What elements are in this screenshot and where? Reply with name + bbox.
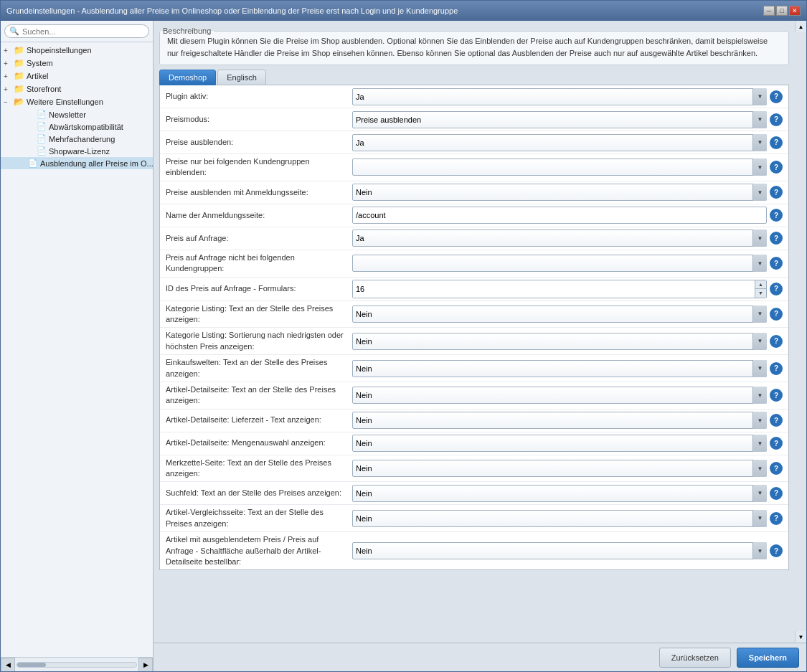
- help-button-detail-text[interactable]: ?: [770, 389, 783, 402]
- select-wrap-preise-ausblenden: JaNein ▼: [352, 134, 767, 151]
- field-plugin-aktiv: Plugin aktiv: JaNein ▼ ?: [160, 85, 788, 108]
- tab-demoshop[interactable]: Demoshop: [159, 70, 216, 85]
- help-button-suchfeld[interactable]: ?: [770, 487, 783, 500]
- help-button-merkzettel[interactable]: ?: [770, 462, 783, 475]
- tab-label: Demoshop: [169, 73, 207, 82]
- sidebar-item-ausblendung[interactable]: 📄 Ausblendung aller Preise im O...: [1, 157, 153, 169]
- scroll-right-button[interactable]: ▶: [138, 658, 153, 672]
- search-input[interactable]: [22, 27, 144, 36]
- label-vergleich: Artikel-Vergleichsseite: Text an der Ste…: [166, 507, 352, 529]
- scroll-track[interactable]: [16, 662, 137, 668]
- help-button-detail-lieferzeit[interactable]: ?: [770, 414, 783, 427]
- control-preise-ausblenden: JaNein ▼ ?: [352, 134, 783, 151]
- control-merkzettel: NeinJa ▼ ?: [352, 460, 783, 477]
- input-formular-id[interactable]: [353, 280, 755, 298]
- folder-icon: 📁: [14, 84, 24, 94]
- control-preis-anfrage: JaNein ▼ ?: [352, 229, 783, 247]
- form-area: Plugin aktiv: JaNein ▼ ?: [159, 85, 789, 570]
- close-button[interactable]: ✕: [789, 6, 801, 16]
- scroll-up-icon: ▲: [798, 24, 804, 30]
- minimize-button[interactable]: ─: [763, 6, 775, 16]
- expand-icon: +: [4, 85, 12, 93]
- scroll-down-button[interactable]: ▼: [795, 631, 806, 643]
- select-vergleich[interactable]: NeinJa: [352, 510, 767, 527]
- help-button-ausgeblendet[interactable]: ?: [770, 544, 783, 557]
- help-button-kundengruppen[interactable]: ?: [770, 161, 783, 174]
- select-preise-ausblenden[interactable]: JaNein: [352, 134, 767, 151]
- control-einkaufswelten: NeinJa ▼ ?: [352, 360, 783, 377]
- select-kategorie-text[interactable]: NeinJa: [352, 306, 767, 323]
- help-button-kategorie-text[interactable]: ?: [770, 308, 783, 321]
- tab-englisch[interactable]: Englisch: [217, 70, 266, 85]
- select-anmeldungsseite[interactable]: NeinJa: [352, 184, 767, 201]
- description-section: Beschreibung Mit diesem Plugin können Si…: [159, 27, 789, 65]
- field-detail-text: Artikel-Detailseite: Text an der Stelle …: [160, 382, 788, 410]
- select-wrap-kundengruppen: ▼: [352, 158, 767, 176]
- maximize-button[interactable]: □: [776, 6, 788, 16]
- sidebar-item-shopeinstellungen[interactable]: + 📁 Shopeinstellungen: [1, 44, 153, 57]
- folder-open-icon: 📂: [14, 97, 24, 107]
- save-label: Speichern: [749, 653, 787, 662]
- sidebar-item-weitere[interactable]: − 📂 Weitere Einstellungen: [1, 95, 153, 108]
- help-button-einkaufswelten[interactable]: ?: [770, 362, 783, 375]
- reset-label: Zurücksetzen: [671, 653, 719, 662]
- select-preismodus[interactable]: Preise ausblendenPreise einblenden: [352, 111, 767, 128]
- spinner-up-button[interactable]: ▲: [755, 280, 766, 290]
- sidebar-item-shopware-lizenz[interactable]: 📄 Shopware-Lizenz: [1, 145, 153, 157]
- select-einkaufswelten[interactable]: NeinJa: [352, 360, 767, 377]
- help-button-anfrage-kundengruppen[interactable]: ?: [770, 257, 783, 270]
- reset-button[interactable]: Zurücksetzen: [659, 648, 731, 668]
- scroll-left-button[interactable]: ◀: [1, 658, 15, 672]
- scroll-thumb[interactable]: [17, 663, 46, 667]
- help-button-kategorie-sortierung[interactable]: ?: [770, 335, 783, 348]
- help-button-anmeldungsseite[interactable]: ?: [770, 186, 783, 199]
- sidebar-item-label: Shopware-Lizenz: [49, 147, 110, 156]
- select-plugin-aktiv[interactable]: JaNein: [352, 88, 767, 105]
- input-name-anmeldungsseite[interactable]: [352, 207, 767, 224]
- field-suchfeld: Suchfeld: Text an der Stelle des Preises…: [160, 482, 788, 505]
- sidebar-horizontal-scrollbar[interactable]: ◀ ▶: [1, 657, 153, 671]
- help-button-plugin-aktiv[interactable]: ?: [770, 90, 783, 103]
- help-button-formular-id[interactable]: ?: [770, 283, 783, 295]
- sidebar-item-artikel[interactable]: + 📁 Artikel: [1, 70, 153, 82]
- label-kategorie-text: Kategorie Listing: Text an der Stelle de…: [166, 303, 352, 326]
- sidebar-item-mehrfach[interactable]: 📄 Mehrfachanderung: [1, 133, 153, 145]
- tab-label: Englisch: [227, 73, 257, 82]
- window-title: Grundeinstellungen - Ausblendung aller P…: [6, 6, 458, 15]
- help-button-preismodus[interactable]: ?: [770, 113, 783, 126]
- field-anmeldungsseite: Preise ausblenden mit Anmeldungsseite: N…: [160, 181, 788, 204]
- select-anfrage-kundengruppen[interactable]: [352, 255, 767, 272]
- select-kundengruppen[interactable]: [352, 158, 767, 176]
- content-area: ▲ Beschreibung Mit diesem Plugin können …: [154, 21, 806, 671]
- help-button-name-anmeldungsseite[interactable]: ?: [770, 209, 783, 222]
- sidebar-item-abwarts[interactable]: 📄 Abwärtskompatibilität: [1, 120, 153, 133]
- select-ausgeblendet[interactable]: NeinJa: [352, 542, 767, 559]
- spinner-down-button[interactable]: ▼: [755, 289, 766, 298]
- select-detail-mengenauswahl[interactable]: NeinJa: [352, 435, 767, 452]
- help-button-detail-mengenauswahl[interactable]: ?: [770, 437, 783, 450]
- select-kategorie-sortierung[interactable]: NeinJa: [352, 333, 767, 350]
- label-ausgeblendet-schaltflache: Artikel mit ausgeblendetem Preis / Preis…: [166, 534, 352, 567]
- sidebar-item-newsletter[interactable]: 📄 Newsletter: [1, 108, 153, 120]
- collapse-icon: −: [4, 98, 12, 106]
- select-detail-lieferzeit[interactable]: NeinJa: [352, 412, 767, 429]
- select-detail-text[interactable]: NeinJa: [352, 387, 767, 404]
- field-formular-id: ID des Preis auf Anfrage - Formulars: ▲ …: [160, 278, 788, 301]
- select-wrap-detail-lieferzeit: NeinJa ▼: [352, 412, 767, 429]
- help-button-preise-ausblenden[interactable]: ?: [770, 136, 783, 149]
- expand-icon: +: [4, 47, 12, 55]
- select-suchfeld[interactable]: NeinJa: [352, 485, 767, 502]
- control-suchfeld: NeinJa ▼ ?: [352, 485, 783, 502]
- select-wrap-kategorie-sortierung: NeinJa ▼: [352, 333, 767, 350]
- select-preis-anfrage[interactable]: JaNein: [352, 229, 767, 247]
- search-input-wrap[interactable]: 🔍: [4, 24, 149, 38]
- save-button[interactable]: Speichern: [737, 648, 799, 668]
- sidebar-item-system[interactable]: + 📁 System: [1, 57, 153, 70]
- sidebar-item-label: Abwärtskompatibilität: [49, 123, 123, 131]
- select-merkzettel[interactable]: NeinJa: [352, 460, 767, 477]
- select-wrap-detail-text: NeinJa ▼: [352, 387, 767, 404]
- scroll-up-button[interactable]: ▲: [795, 21, 806, 32]
- help-button-vergleich[interactable]: ?: [770, 512, 783, 525]
- sidebar-item-storefront[interactable]: + 📁 Storefront: [1, 82, 153, 95]
- help-button-preis-anfrage[interactable]: ?: [770, 232, 783, 245]
